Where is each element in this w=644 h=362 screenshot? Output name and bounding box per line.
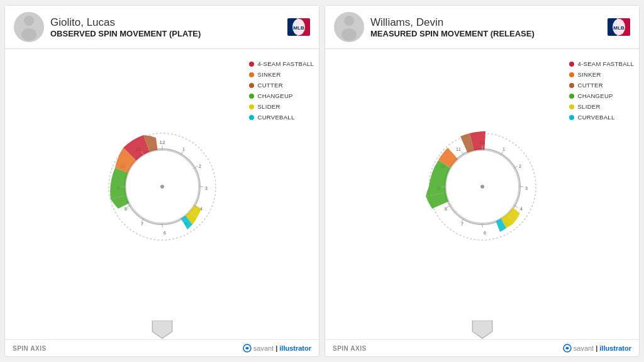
w-fastball-label: 4-SEAM FASTBALL: [577, 60, 634, 67]
svg-point-57: [480, 185, 484, 189]
svg-text:3: 3: [525, 186, 528, 190]
giolito-chart-title: OBSERVED SPIN MOVEMENT (PLATE): [50, 29, 287, 38]
svg-text:1: 1: [182, 147, 185, 151]
svg-text:3: 3: [205, 186, 208, 190]
changeup-label: CHANGEUP: [257, 92, 292, 99]
giolito-card: Giolito, Lucas OBSERVED SPIN MOVEMENT (P…: [4, 5, 319, 357]
cutter-label: CUTTER: [257, 82, 282, 89]
williams-chart-title: MEASURED SPIN MOVEMENT (RELEASE): [370, 29, 608, 38]
main-container: Giolito, Lucas OBSERVED SPIN MOVEMENT (P…: [4, 5, 640, 357]
w-cutter-label: CUTTER: [577, 82, 602, 89]
changeup-dot: [249, 94, 254, 99]
svg-text:7: 7: [461, 222, 464, 226]
giolito-spin-axis: SPIN AXIS: [13, 345, 47, 352]
w-fastball-dot: [569, 62, 574, 67]
legend-sinker: SINKER: [249, 71, 314, 78]
slider-dot: [249, 104, 254, 109]
w-sinker-dot: [569, 72, 574, 77]
williams-chart-wrapper: 12 1 2 3 4 5 6 7 8 9 10 11: [413, 118, 552, 256]
w-cutter-dot: [569, 83, 574, 88]
w-legend-fastball: 4-SEAM FASTBALL: [569, 60, 634, 67]
svg-text:6: 6: [484, 231, 486, 235]
w-changeup-label: CHANGEUP: [577, 92, 613, 99]
giolito-legend: 4-SEAM FASTBALL SINKER CUTTER CHANGEUP: [249, 60, 314, 124]
williams-name: Williams, Devin: [370, 16, 608, 29]
giolito-header: Giolito, Lucas OBSERVED SPIN MOVEMENT (P…: [5, 6, 319, 49]
svg-point-36: [344, 16, 354, 26]
w-legend-changeup: CHANGEUP: [569, 92, 634, 99]
cutter-dot: [249, 83, 254, 88]
w-changeup-dot: [569, 94, 574, 99]
giolito-body: 12 1 2 3 4 5 6 7 8 9 10 11: [5, 49, 319, 339]
w-illustrator-text: illustrator: [599, 344, 631, 352]
giolito-name: Giolito, Lucas: [50, 16, 287, 29]
williams-card: Williams, Devin MEASURED SPIN MOVEMENT (…: [325, 5, 640, 357]
w-legend-sinker: SINKER: [569, 71, 634, 78]
giolito-header-text: Giolito, Lucas OBSERVED SPIN MOVEMENT (P…: [50, 16, 287, 38]
williams-brand: savant|illustrator: [563, 344, 631, 353]
svg-text:8: 8: [445, 207, 447, 211]
w-sinker-label: SINKER: [577, 71, 601, 78]
giolito-footer: SPIN AXIS savant|illustrator: [5, 339, 319, 356]
giolito-brand: savant|illustrator: [243, 344, 311, 353]
svg-text:1: 1: [502, 147, 505, 151]
svg-point-1: [21, 28, 36, 41]
giolito-chart-area: 12 1 2 3 4 5 6 7 8 9 10 11: [5, 55, 319, 318]
svg-text:7: 7: [141, 222, 143, 226]
svg-text:4: 4: [520, 207, 523, 211]
svg-text:MLB: MLB: [613, 25, 625, 31]
w-curveball-dot: [569, 115, 574, 120]
w-slider-label: SLIDER: [577, 103, 600, 110]
w-legend-slider: SLIDER: [569, 103, 634, 110]
legend-changeup: CHANGEUP: [249, 92, 314, 99]
svg-text:8: 8: [125, 207, 127, 211]
sinker-dot: [249, 72, 254, 77]
mlb-logo-left: MLB: [287, 16, 310, 38]
savant-text: savant: [253, 344, 274, 352]
williams-legend: 4-SEAM FASTBALL SINKER CUTTER CHANGEUP: [569, 60, 634, 124]
mlb-logo-right: MLB: [608, 16, 630, 38]
giolito-avatar: [14, 12, 44, 42]
williams-spin-axis: SPIN AXIS: [333, 345, 367, 352]
svg-marker-70: [472, 321, 492, 338]
slider-label: SLIDER: [257, 103, 280, 110]
illustrator-text: illustrator: [279, 344, 311, 352]
legend-cutter: CUTTER: [249, 82, 314, 89]
williams-body: 12 1 2 3 4 5 6 7 8 9 10 11: [325, 49, 639, 339]
williams-header-text: Williams, Devin MEASURED SPIN MOVEMENT (…: [370, 16, 608, 38]
sinker-label: SINKER: [257, 71, 280, 78]
savant-icon: [243, 344, 252, 353]
svg-text:MLB: MLB: [293, 25, 304, 31]
svg-text:2: 2: [199, 164, 201, 168]
williams-header: Williams, Devin MEASURED SPIN MOVEMENT (…: [325, 6, 639, 49]
fastball-dot: [249, 62, 254, 67]
curveball-dot: [249, 115, 254, 120]
legend-fastball: 4-SEAM FASTBALL: [249, 60, 314, 67]
legend-slider: SLIDER: [249, 103, 314, 110]
w-curveball-label: CURVEBALL: [577, 114, 614, 121]
svg-text:2: 2: [519, 164, 521, 168]
w-legend-cutter: CUTTER: [569, 82, 634, 89]
svg-text:6: 6: [164, 231, 166, 235]
svg-point-0: [24, 16, 34, 26]
fastball-label: 4-SEAM FASTBALL: [257, 60, 314, 67]
giolito-chart-wrapper: 12 1 2 3 4 5 6 7 8 9 10 11: [93, 118, 231, 256]
svg-point-37: [341, 28, 357, 41]
svg-marker-34: [152, 321, 172, 338]
williams-spin-chart: 12 1 2 3 4 5 6 7 8 9 10 11: [413, 118, 552, 256]
svg-text:11: 11: [456, 147, 461, 151]
curveball-label: CURVEBALL: [257, 114, 294, 121]
w-slider-dot: [569, 104, 574, 109]
giolito-home-plate: [150, 321, 175, 339]
williams-avatar: [334, 12, 364, 42]
giolito-spin-chart: 12 1 2 3 4 5 6 7 8 9 10 11: [93, 118, 231, 256]
williams-footer: SPIN AXIS savant|illustrator: [325, 339, 639, 356]
svg-text:12: 12: [159, 140, 165, 145]
legend-curveball: CURVEBALL: [249, 114, 314, 121]
williams-home-plate: [470, 321, 495, 339]
w-savant-icon: [563, 344, 572, 353]
w-legend-curveball: CURVEBALL: [569, 114, 634, 121]
svg-point-21: [160, 185, 164, 189]
williams-chart-area: 12 1 2 3 4 5 6 7 8 9 10 11: [325, 55, 639, 318]
w-savant-text: savant: [574, 344, 594, 352]
